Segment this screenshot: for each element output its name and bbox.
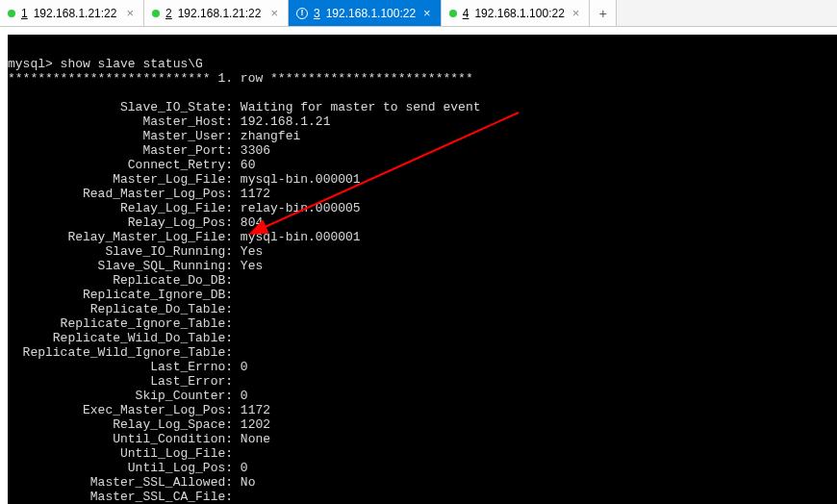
tab-number: 3 bbox=[314, 7, 320, 20]
tab-label: 192.168.1.100:22 bbox=[474, 7, 564, 20]
status-dot-icon bbox=[152, 10, 160, 17]
tab-4[interactable]: 4 192.168.1.100:22× bbox=[442, 0, 591, 26]
mysql-prompt: mysql> show slave status\G bbox=[8, 57, 203, 71]
status-dot-icon bbox=[449, 10, 457, 17]
row-header: *************************** 1. row *****… bbox=[8, 71, 473, 86]
tab-bar: 1 192.168.1.21:22×2 192.168.1.21:22×!3 1… bbox=[0, 0, 837, 27]
close-icon[interactable]: × bbox=[571, 6, 582, 20]
status-dot-icon bbox=[8, 10, 15, 17]
tab-label: 192.168.1.21:22 bbox=[178, 7, 262, 20]
tab-label: 192.168.1.21:22 bbox=[34, 7, 117, 20]
alert-icon: ! bbox=[296, 8, 308, 19]
close-icon[interactable]: × bbox=[421, 6, 433, 20]
close-icon[interactable]: × bbox=[124, 6, 136, 20]
close-icon[interactable]: × bbox=[268, 6, 280, 20]
tab-1[interactable]: 1 192.168.1.21:22× bbox=[0, 0, 144, 26]
tab-label: 192.168.1.100:22 bbox=[326, 7, 416, 20]
tab-3[interactable]: !3 192.168.1.100:22× bbox=[289, 0, 442, 26]
tab-2[interactable]: 2 192.168.1.21:22× bbox=[144, 0, 289, 26]
terminal-output[interactable]: mysql> show slave status\G *************… bbox=[8, 35, 837, 504]
tab-number: 1 bbox=[21, 7, 28, 20]
tab-number: 4 bbox=[463, 7, 469, 20]
new-tab-button[interactable]: + bbox=[590, 0, 617, 26]
tab-number: 2 bbox=[165, 7, 172, 20]
